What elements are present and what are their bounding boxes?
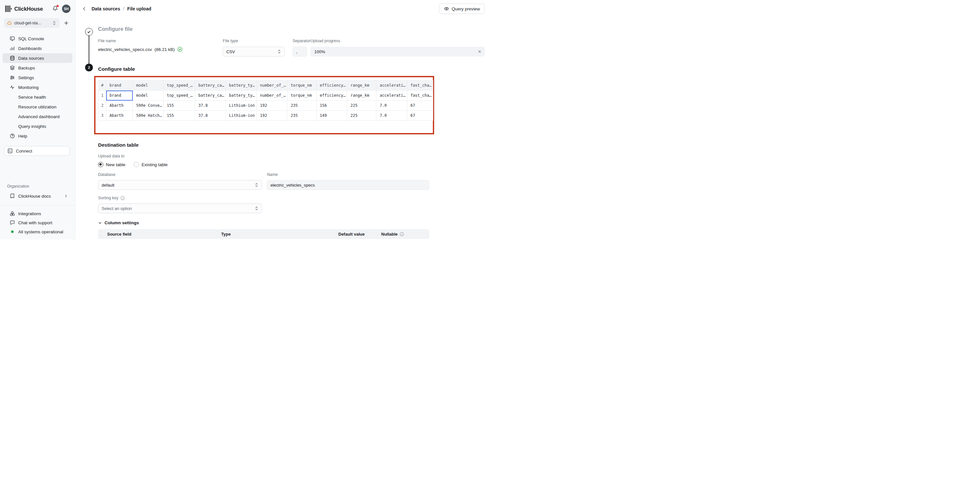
sorting-key-label: Sorting key [98,196,119,200]
preview-cell[interactable]: 500e Hatch… [133,111,163,121]
sidebar-item-help[interactable]: Help [3,131,72,141]
preview-rownum-cell: 3 [99,111,106,121]
query-preview-button[interactable]: Query preview [439,3,485,14]
sidebar-bottom: Organization ClickHouse docs Integration… [0,184,75,236]
chevron-down-icon [98,221,102,225]
preview-cell[interactable]: battery_ca… [195,90,225,101]
sidebar-item-label: ClickHouse docs [18,194,51,198]
workspace-label: cloud-get-sta... [14,21,49,25]
sidebar-item-label: Backups [18,65,35,70]
preview-row: 3Abarth500e Hatch…15537.8Lithium-ion1922… [99,111,433,121]
sorting-key-label-row: Sorting key [98,196,485,200]
preview-column-header: brand [106,81,133,90]
preview-cell[interactable]: Lithium-ion [226,111,257,121]
preview-cell[interactable]: Abarth [106,101,133,111]
annotation-highlight-box: #brandmodeltop_speed_…battery_ca…battery… [94,76,434,134]
separator-input[interactable]: , [293,47,307,57]
sidebar-item-label: Dashboards [18,46,42,51]
sidebar-divider [0,205,75,206]
chevron-updown-icon [277,49,281,54]
sorting-key-select[interactable]: Select an option [98,203,262,213]
sidebar-item-monitoring[interactable]: Monitoring [3,82,72,92]
preview-cell[interactable]: 67 [407,101,433,111]
table-name-value: electric_vehicles_specs [270,183,315,187]
database-select[interactable]: default [98,180,262,190]
sidebar-item-chat-support[interactable]: Chat with support [3,218,72,227]
notifications-bell-icon[interactable] [52,6,59,12]
radio-unselected-icon [134,162,139,167]
workspace-selector[interactable]: cloud-get-sta... [4,18,60,28]
preview-cell[interactable]: 37.8 [195,101,225,111]
eye-icon [444,6,449,11]
preview-cell[interactable]: 37.8 [195,111,225,121]
preview-cell[interactable]: 7.0 [376,111,407,121]
file-type-select[interactable]: CSV [223,47,285,57]
connect-label: Connect [16,149,32,154]
table-mode-radios: New table Existing table [98,162,485,167]
preview-cell[interactable]: 225 [347,111,376,121]
step2-number-badge: 2 [85,63,93,71]
preview-cell[interactable]: 235 [287,101,317,111]
existing-table-option[interactable]: Existing table [134,162,167,167]
backups-icon [10,65,15,70]
preview-cell[interactable]: 192 [256,111,287,121]
preview-rownum-cell: 1 [99,90,106,101]
sidebar-item-settings[interactable]: Settings [3,73,72,82]
sidebar-item-label: SQL Console [18,36,44,41]
sidebar-item-dashboards[interactable]: Dashboards [3,43,72,53]
preview-cell[interactable]: torque_nm [287,90,317,101]
connect-icon [8,148,13,154]
sidebar-item-label: Help [18,134,27,139]
preview-cell[interactable]: 155 [163,111,195,121]
sidebar-header: ClickHouse SH [0,0,75,13]
preview-cell[interactable]: 7.0 [376,101,407,111]
preview-cell[interactable]: number_of_… [256,90,287,101]
preview-cell[interactable]: Lithium-ion [226,101,257,111]
preview-row: 2Abarth500e Conve…15537.8Lithium-ion1922… [99,101,433,111]
sidebar-item-service-health[interactable]: Service health [3,92,72,102]
data-sources-icon [10,56,15,61]
preview-cell[interactable]: 192 [256,101,287,111]
table-name-input[interactable]: electric_vehicles_specs [267,180,429,190]
database-value: default [102,183,255,187]
back-button[interactable] [82,6,87,11]
preview-cell[interactable]: 155 [163,101,195,111]
breadcrumb-separator: / [123,6,124,11]
preview-rownum-header: # [99,81,106,90]
new-table-option[interactable]: New table [98,162,125,167]
preview-cell[interactable]: top_speed_… [163,90,195,101]
clear-upload-icon[interactable] [478,50,482,54]
preview-cell[interactable]: 67 [407,111,433,121]
help-icon [10,133,15,139]
preview-cell[interactable]: 225 [347,101,376,111]
database-label: Database [98,172,267,177]
preview-cell[interactable]: 149 [316,111,347,121]
sidebar-item-query-insights[interactable]: Query insights [3,121,72,131]
sidebar-item-sql-console[interactable]: SQL Console [3,34,72,43]
sidebar-item-data-sources[interactable]: Data sources [3,53,72,63]
sidebar-item-backups[interactable]: Backups [3,63,72,73]
destination-table-title: Destination table [98,142,485,148]
sidebar-item-resource-utilization[interactable]: Resource utilization [3,102,72,112]
preview-cell[interactable]: battery_ty… [226,90,257,101]
preview-cell[interactable]: accelerati… [376,90,407,101]
sidebar-item-advanced-dashboard[interactable]: Advanced dashboard [3,112,72,121]
preview-cell[interactable]: model [133,90,163,101]
preview-cell[interactable]: fast_cha… [407,90,433,101]
preview-cell[interactable]: range_km [347,90,376,101]
sidebar-item-docs[interactable]: ClickHouse docs [3,191,72,201]
breadcrumb-data-sources[interactable]: Data sources [92,6,120,11]
sidebar-item-integrations[interactable]: Integrations [3,209,72,218]
preview-cell[interactable]: Abarth [106,111,133,121]
preview-cell[interactable]: efficiency… [316,90,347,101]
column-settings-toggle[interactable]: Column settings [98,220,485,225]
preview-cell[interactable]: 235 [287,111,317,121]
chevron-updown-icon [52,21,57,25]
add-service-button[interactable] [64,21,69,25]
preview-cell[interactable]: brand [106,90,133,101]
avatar[interactable]: SH [62,5,70,13]
connect-button[interactable]: Connect [4,146,70,156]
preview-cell[interactable]: 500e Conve… [133,101,163,111]
preview-cell[interactable]: 156 [316,101,347,111]
sidebar-item-system-status[interactable]: All systems operational [3,227,72,236]
